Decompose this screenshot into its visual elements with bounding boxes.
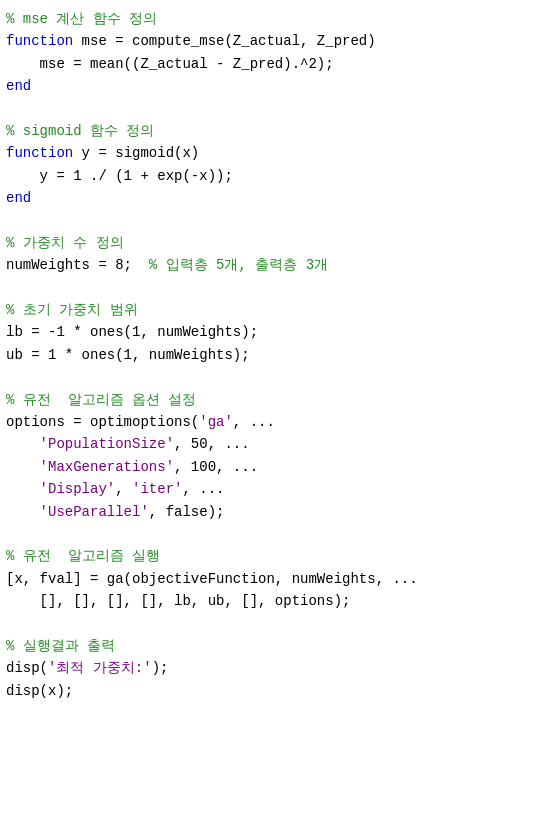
code-line-23: disp(x); xyxy=(6,680,536,702)
code-text-9: , ... xyxy=(182,481,224,497)
code-text-7: , 100, ... xyxy=(174,459,258,475)
blank-4 xyxy=(6,366,536,388)
code-line-11: ub = 1 * ones(1, numWeights); xyxy=(6,344,536,366)
comment-line-4: % sigmoid 함수 정의 xyxy=(6,120,536,142)
code-line-22: disp('최적 가중치:'); xyxy=(6,657,536,679)
inline-comment-1: % 입력층 5개, 출력층 3개 xyxy=(132,257,328,273)
blank-6 xyxy=(6,613,536,635)
string-popsize: 'PopulationSize' xyxy=(40,436,174,452)
code-text-11: disp( xyxy=(6,660,48,676)
code-line-14: 'PopulationSize', 50, ... xyxy=(6,433,536,455)
comment-line-9: % 초기 가중치 범위 xyxy=(6,299,536,321)
code-line-13: options = optimoptions('ga', ... xyxy=(6,411,536,433)
string-iter: 'iter' xyxy=(132,481,182,497)
keyword-end-1: end xyxy=(6,75,536,97)
code-line-2: function mse = compute_mse(Z_actual, Z_p… xyxy=(6,30,536,52)
code-indent-4 xyxy=(6,504,40,520)
string-display: 'Display' xyxy=(40,481,116,497)
string-ga: 'ga' xyxy=(199,414,233,430)
code-text-5: , ... xyxy=(233,414,275,430)
keyword-function-2: function xyxy=(6,145,73,161)
code-line-6: y = 1 ./ (1 + exp(-x)); xyxy=(6,165,536,187)
code-line-3: mse = mean((Z_actual - Z_pred).^2); xyxy=(6,53,536,75)
code-text-6: , 50, ... xyxy=(174,436,250,452)
code-line-10: lb = -1 * ones(1, numWeights); xyxy=(6,321,536,343)
comment-line-12: % 유전 알고리즘 옵션 설정 xyxy=(6,389,536,411)
keyword-end-2: end xyxy=(6,187,536,209)
blank-1 xyxy=(6,98,536,120)
code-text-10: , false); xyxy=(149,504,225,520)
code-text-3: numWeights = 8; xyxy=(6,257,132,273)
code-text-2: y = sigmoid(x) xyxy=(73,145,199,161)
comment-line-7: % 가중치 수 정의 xyxy=(6,232,536,254)
code-line-17: 'UseParallel', false); xyxy=(6,501,536,523)
string-useparallel: 'UseParallel' xyxy=(40,504,149,520)
comment-line-21: % 실행결과 출력 xyxy=(6,635,536,657)
blank-2 xyxy=(6,210,536,232)
code-editor: % mse 계산 함수 정의 function mse = compute_ms… xyxy=(0,0,542,840)
keyword-function: function xyxy=(6,33,73,49)
code-line-5: function y = sigmoid(x) xyxy=(6,142,536,164)
code-line-19: [x, fval] = ga(objectiveFunction, numWei… xyxy=(6,568,536,590)
code-line-15: 'MaxGenerations', 100, ... xyxy=(6,456,536,478)
string-disp-label: '최적 가중치:' xyxy=(48,660,152,676)
code-line-8: numWeights = 8; % 입력층 5개, 출력층 3개 xyxy=(6,254,536,276)
comment-line-1: % mse 계산 함수 정의 xyxy=(6,8,536,30)
code-line-16: 'Display', 'iter', ... xyxy=(6,478,536,500)
blank-3 xyxy=(6,277,536,299)
comment-line-18: % 유전 알고리즘 실행 xyxy=(6,545,536,567)
code-text-12: ); xyxy=(152,660,169,676)
blank-5 xyxy=(6,523,536,545)
code-text-4: options = optimoptions( xyxy=(6,414,199,430)
code-text: mse = compute_mse(Z_actual, Z_pred) xyxy=(73,33,375,49)
string-maxgen: 'MaxGenerations' xyxy=(40,459,174,475)
code-line-20: [], [], [], [], lb, ub, [], options); xyxy=(6,590,536,612)
code-indent-1 xyxy=(6,436,40,452)
code-text-8: , xyxy=(115,481,132,497)
code-indent-2 xyxy=(6,459,40,475)
code-indent-3 xyxy=(6,481,40,497)
